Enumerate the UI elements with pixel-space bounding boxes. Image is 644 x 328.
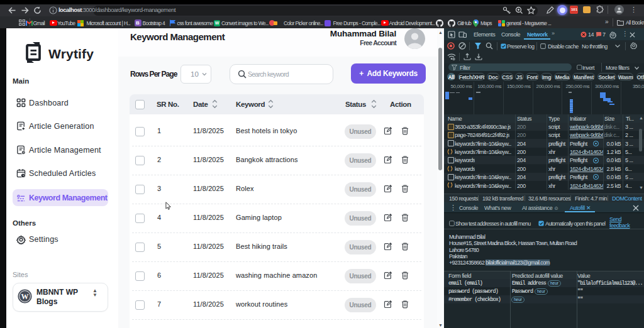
svg-text:W: W xyxy=(21,292,29,301)
